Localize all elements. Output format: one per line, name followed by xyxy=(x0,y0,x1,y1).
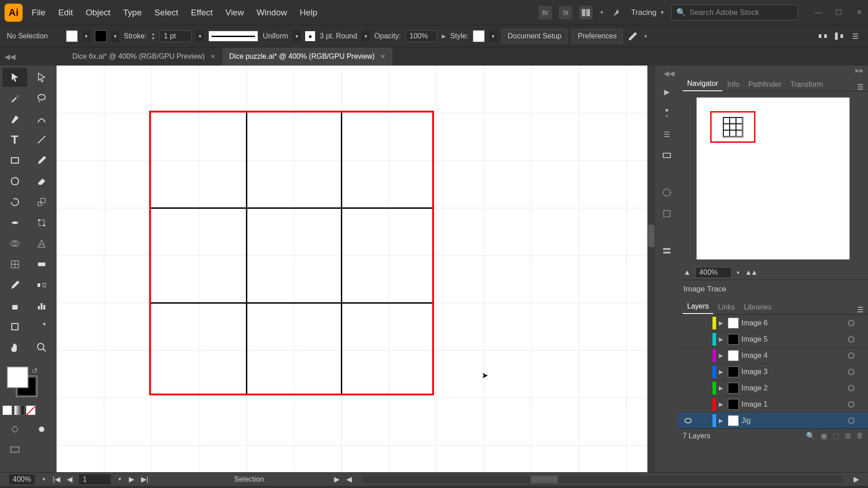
rect-icon[interactable] xyxy=(660,148,674,163)
image-trace-header[interactable]: Image Trace xyxy=(678,280,868,298)
draw-behind-icon[interactable] xyxy=(29,420,54,439)
line-tool[interactable] xyxy=(29,130,54,149)
stroke-profile[interactable] xyxy=(208,31,258,42)
expand-layer-icon[interactable]: ▶ xyxy=(719,320,725,326)
bridge-icon[interactable]: Br xyxy=(538,6,552,19)
profile-dropdown[interactable]: ▼ xyxy=(292,30,301,42)
brush-dropdown[interactable]: ▼ xyxy=(362,30,370,42)
selection-tool[interactable] xyxy=(2,68,27,87)
menu-type[interactable]: Type xyxy=(123,8,142,18)
layer-row[interactable]: ▶Image 2 xyxy=(678,380,868,396)
close-button[interactable]: ✕ xyxy=(854,8,863,17)
minimize-button[interactable]: — xyxy=(814,8,823,17)
locate-icon[interactable]: 🔍 xyxy=(806,432,815,440)
delete-icon[interactable]: 🗑 xyxy=(856,432,863,440)
chevron-down-icon[interactable]: ▼ xyxy=(42,477,46,482)
appearance-icon[interactable] xyxy=(660,185,674,200)
expand-layer-icon[interactable]: ▶ xyxy=(719,418,725,424)
expand-right-icon[interactable]: ◀◀ xyxy=(659,69,675,78)
stroke-stepper[interactable]: ▲▼ xyxy=(151,32,155,41)
next-artboard-icon[interactable]: ▶ xyxy=(129,475,134,483)
chevron-down-icon[interactable]: ▼ xyxy=(599,10,604,15)
close-icon[interactable]: ✕ xyxy=(210,53,216,60)
symbol-sprayer-tool[interactable] xyxy=(2,296,27,315)
first-artboard-icon[interactable]: |◀ xyxy=(53,475,60,483)
tab-links[interactable]: Links xyxy=(713,300,739,314)
target-icon[interactable] xyxy=(848,385,854,391)
graph-tool[interactable] xyxy=(29,296,54,315)
opacity-arrow-icon[interactable]: ▶ xyxy=(442,33,446,39)
layer-row[interactable]: ▶Jig xyxy=(678,412,868,428)
fill-color[interactable] xyxy=(7,366,28,388)
perspective-tool[interactable] xyxy=(29,234,54,253)
zoom-in-icon[interactable]: ▲▲ xyxy=(745,268,757,277)
target-icon[interactable] xyxy=(848,352,854,359)
chevron-down-icon[interactable]: ▼ xyxy=(736,270,741,275)
layer-row[interactable]: ▶Image 4 xyxy=(678,347,868,363)
fill-stroke-control[interactable]: ↺ xyxy=(2,366,54,402)
opacity-input[interactable]: 100% xyxy=(406,30,437,42)
tab-info[interactable]: Info xyxy=(722,78,744,91)
type-tool[interactable]: T xyxy=(2,130,27,149)
gpu-icon[interactable] xyxy=(611,6,624,19)
layer-name[interactable]: Image 4 xyxy=(741,352,845,360)
arrange-icon[interactable] xyxy=(579,6,593,19)
fill-swatch[interactable] xyxy=(66,30,78,42)
new-sublayer-icon[interactable]: ⬚ xyxy=(833,432,840,440)
stroke-swatch[interactable] xyxy=(95,30,107,42)
screen-mode-icon[interactable] xyxy=(2,441,27,460)
expand-layer-icon[interactable]: ▶ xyxy=(719,369,725,375)
artboard-tool[interactable] xyxy=(2,317,27,336)
scale-tool[interactable] xyxy=(29,192,54,211)
layer-row[interactable]: ▶Image 1 xyxy=(678,396,868,412)
document-setup-button[interactable]: Document Setup xyxy=(502,29,567,43)
gradient-tool[interactable] xyxy=(29,255,54,274)
stroke-dropdown[interactable]: ▼ xyxy=(111,30,119,42)
prev-artboard-icon[interactable]: ◀ xyxy=(67,475,72,483)
chevron-down-icon[interactable]: ▼ xyxy=(118,477,122,482)
tab-libraries[interactable]: Libraries xyxy=(739,300,776,314)
collapse-icon[interactable]: ▶▶ xyxy=(678,66,868,75)
target-icon[interactable] xyxy=(848,336,854,343)
stock-icon[interactable]: St xyxy=(559,6,572,19)
pen-tool[interactable] xyxy=(2,109,27,128)
shape-builder-tool[interactable] xyxy=(2,234,27,253)
shaper-tool[interactable] xyxy=(2,172,27,191)
style-swatch[interactable] xyxy=(473,30,485,42)
new-layer-icon[interactable]: ⊞ xyxy=(845,432,851,440)
artboard-input[interactable]: 1 xyxy=(79,474,111,484)
color-mode-gradient[interactable] xyxy=(14,405,24,415)
expand-layer-icon[interactable]: ▶ xyxy=(719,385,725,391)
align-icon[interactable] xyxy=(817,30,829,42)
status-play-icon[interactable]: ▶ xyxy=(334,475,340,483)
canvas[interactable]: ➤ xyxy=(57,66,656,472)
menu-object[interactable]: Object xyxy=(85,8,110,18)
scroll-right-icon[interactable]: ▶ xyxy=(854,475,859,483)
draw-mode-icon[interactable] xyxy=(2,420,27,439)
hand-tool[interactable] xyxy=(2,338,27,357)
color-mode-none[interactable] xyxy=(26,405,36,415)
free-transform-tool[interactable] xyxy=(29,213,54,232)
lines-icon[interactable]: ☰ xyxy=(660,127,674,141)
vertical-scrollbar[interactable] xyxy=(647,66,656,472)
stroke-weight-input[interactable]: 1 pt xyxy=(160,30,191,42)
visibility-toggle[interactable] xyxy=(682,418,694,423)
close-icon[interactable]: ✕ xyxy=(380,53,386,60)
doc-tab-1[interactable]: Dice 6x.ai* @ 400% (RGB/GPU Preview) ✕ xyxy=(66,47,222,66)
expand-layer-icon[interactable]: ▶ xyxy=(719,401,725,408)
layer-row[interactable]: ▶Image 6 xyxy=(678,314,868,331)
libraries-icon[interactable] xyxy=(660,244,674,258)
menu-view[interactable]: View xyxy=(226,8,244,18)
layer-name[interactable]: Image 6 xyxy=(741,319,845,327)
panel-menu-icon[interactable]: ☰ xyxy=(857,305,863,314)
layer-name[interactable]: Image 5 xyxy=(741,335,845,343)
layer-name[interactable]: Image 3 xyxy=(741,368,845,376)
search-stock-input[interactable]: 🔍 Search Adobe Stock xyxy=(671,5,798,20)
horizontal-scrollbar[interactable] xyxy=(363,476,842,483)
edit-mode-icon[interactable] xyxy=(627,30,639,42)
status-zoom[interactable]: 400% xyxy=(9,474,35,484)
menu-help[interactable]: Help xyxy=(300,8,317,18)
layer-name[interactable]: Image 1 xyxy=(741,400,845,408)
tab-navigator[interactable]: Navigator xyxy=(683,77,722,91)
navigator-preview[interactable] xyxy=(696,97,850,260)
